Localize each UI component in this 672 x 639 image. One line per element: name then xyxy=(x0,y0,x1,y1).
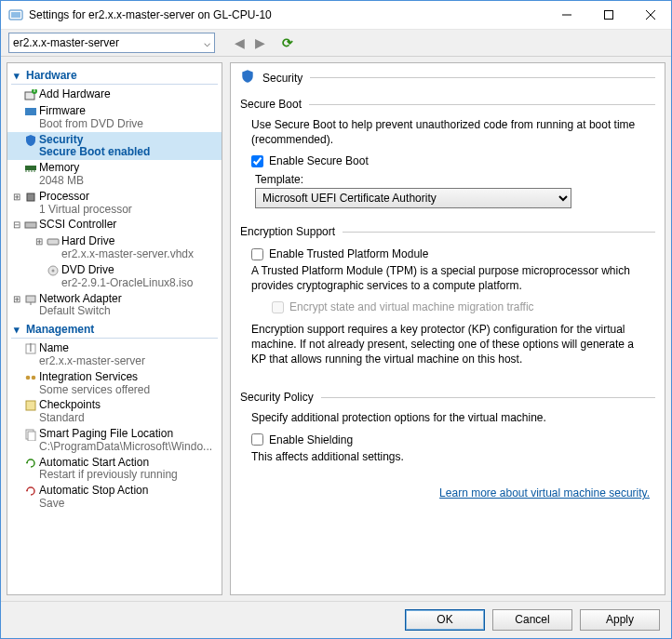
learn-more-link[interactable]: Learn more about virtual machine securit… xyxy=(439,486,650,499)
nav-tree[interactable]: ▾ Hardware + Add Hardware Firmware Boot … xyxy=(7,62,222,595)
nav-item-label: Name xyxy=(39,342,145,355)
vm-selector-value: er2.x.x-master-server xyxy=(13,36,119,49)
tpm-desc: A Trusted Platform Module (TPM) is a spe… xyxy=(251,264,652,293)
section-hardware[interactable]: ▾ Hardware xyxy=(11,67,218,85)
nav-firmware[interactable]: Firmware Boot from DVD Drive xyxy=(7,103,222,132)
auto-stop-icon xyxy=(22,484,39,499)
chevron-down-icon: ▾ xyxy=(11,70,22,82)
nav-arrows: ◀ ▶ xyxy=(232,35,267,50)
group-title: Security Policy xyxy=(240,391,314,404)
dialog-footer: OK Cancel Apply xyxy=(1,601,671,638)
svg-text:I: I xyxy=(29,342,32,354)
enable-secure-boot-checkbox[interactable]: Enable Secure Boot xyxy=(251,154,652,167)
checkbox-label: Enable Shielding xyxy=(269,433,353,446)
group-title: Secure Boot xyxy=(240,98,302,111)
nav-checkpoints[interactable]: Checkpoints Standard xyxy=(7,397,222,426)
nav-scsi-controller[interactable]: ⊟ SCSI Controller xyxy=(7,217,222,233)
enable-secure-boot-input[interactable] xyxy=(251,155,263,167)
ok-button[interactable]: OK xyxy=(405,609,485,631)
nav-hard-drive[interactable]: ⊞ Hard Drive er2.x.x-master-server.vhdx xyxy=(7,233,222,262)
minimize-button[interactable] xyxy=(545,1,587,29)
close-button[interactable] xyxy=(629,1,671,29)
collapse-icon[interactable]: ⊟ xyxy=(11,220,22,230)
svg-point-25 xyxy=(32,375,36,379)
svg-rect-1 xyxy=(11,12,20,18)
enable-shielding-checkbox[interactable]: Enable Shielding xyxy=(251,433,652,446)
nav-auto-stop[interactable]: Automatic Stop Action Save xyxy=(7,483,222,512)
nav-item-label: Memory xyxy=(39,162,84,175)
hard-drive-icon xyxy=(45,234,61,249)
chevron-down-icon: ▾ xyxy=(11,324,22,336)
nav-item-label: Firmware xyxy=(39,105,143,118)
nav-back-button[interactable]: ◀ xyxy=(232,35,247,50)
kp-note: Encryption support requires a key protec… xyxy=(251,323,652,366)
nav-item-sublabel: C:\ProgramData\Microsoft\Windo... xyxy=(39,441,212,454)
nav-auto-start[interactable]: Automatic Start Action Restart if previo… xyxy=(7,455,222,484)
app-icon xyxy=(8,7,23,22)
apply-button[interactable]: Apply xyxy=(580,609,660,631)
enable-tpm-input[interactable] xyxy=(251,248,263,260)
nav-name[interactable]: I Name er2.x.x-master-server xyxy=(7,340,222,369)
window-title: Settings for er2.x.x-master-server on GL… xyxy=(29,8,545,21)
enable-tpm-checkbox[interactable]: Enable Trusted Platform Module xyxy=(251,247,652,260)
expand-icon[interactable]: ⊞ xyxy=(11,294,22,304)
nav-item-label: Automatic Start Action xyxy=(39,457,178,470)
nav-dvd-drive[interactable]: DVD Drive er2-2.9.1-OracleLinux8.iso xyxy=(7,262,222,291)
nav-item-label: Smart Paging File Location xyxy=(39,428,212,441)
nav-integration-services[interactable]: Integration Services Some services offer… xyxy=(7,369,222,398)
svg-rect-20 xyxy=(26,296,35,302)
policy-desc: Specify additional protection options fo… xyxy=(251,411,652,426)
encrypt-traffic-input xyxy=(272,301,284,313)
maximize-button[interactable] xyxy=(587,1,629,29)
nav-item-label: Automatic Stop Action xyxy=(39,485,148,498)
nav-item-sublabel: Some services offered xyxy=(39,384,150,397)
nav-item-sublabel: er2.x.x-master-server.vhdx xyxy=(61,248,194,261)
svg-rect-3 xyxy=(604,11,612,20)
cancel-button[interactable]: Cancel xyxy=(492,609,572,631)
nav-processor[interactable]: ⊞ Processor 1 Virtual processor xyxy=(7,189,222,218)
nav-item-sublabel: Default Switch xyxy=(39,305,122,318)
section-label: Hardware xyxy=(26,69,77,82)
nav-forward-button[interactable]: ▶ xyxy=(252,35,267,50)
template-select[interactable]: Microsoft UEFI Certificate Authority xyxy=(255,188,571,208)
nav-network-adapter[interactable]: ⊞ Network Adapter Default Switch xyxy=(7,291,222,320)
nav-add-hardware[interactable]: + Add Hardware xyxy=(7,87,222,103)
secure-boot-desc: Use Secure Boot to help prevent unauthor… xyxy=(251,118,652,147)
nav-item-sublabel: Standard xyxy=(39,412,101,425)
shield-icon xyxy=(22,133,39,148)
svg-rect-9 xyxy=(25,108,36,115)
reload-button[interactable]: ⟳ xyxy=(282,35,293,50)
integration-icon xyxy=(22,370,39,385)
nav-item-sublabel: Save xyxy=(39,498,148,511)
nav-security[interactable]: Security Secure Boot enabled xyxy=(7,132,222,161)
vm-selector[interactable]: er2.x.x-master-server ⌵ xyxy=(8,33,215,53)
checkbox-label: Enable Trusted Platform Module xyxy=(269,247,428,260)
main-area: ▾ Hardware + Add Hardware Firmware Boot … xyxy=(1,57,671,601)
enable-shielding-input[interactable] xyxy=(251,433,263,446)
processor-icon xyxy=(22,190,39,205)
nav-item-label: Hard Drive xyxy=(61,235,194,248)
svg-rect-10 xyxy=(25,166,36,170)
section-management[interactable]: ▾ Management xyxy=(11,321,218,339)
auto-start-icon xyxy=(22,456,39,471)
shielding-note: This affects additional settings. xyxy=(251,450,652,465)
nav-item-label: Network Adapter xyxy=(39,293,122,306)
nav-item-sublabel: er2-2.9.1-OracleLinux8.iso xyxy=(61,277,193,290)
nav-item-label: Add Hardware xyxy=(39,88,111,101)
expand-icon[interactable]: ⊞ xyxy=(34,236,45,246)
scsi-icon xyxy=(22,218,39,233)
network-icon xyxy=(22,292,39,307)
nav-item-sublabel: Boot from DVD Drive xyxy=(39,118,143,131)
nav-memory[interactable]: Memory 2048 MB xyxy=(7,160,222,189)
nav-item-sublabel: Restart if previously running xyxy=(39,469,178,482)
expand-icon[interactable]: ⊞ xyxy=(11,192,22,202)
nav-item-sublabel: 2048 MB xyxy=(39,175,84,188)
chevron-down-icon: ⌵ xyxy=(204,36,210,49)
learn-more-row: Learn more about virtual machine securit… xyxy=(240,485,655,499)
dvd-icon xyxy=(45,263,61,278)
nav-smart-paging[interactable]: Smart Paging File Location C:\ProgramDat… xyxy=(7,426,222,455)
svg-point-24 xyxy=(26,375,31,379)
nav-item-sublabel: Secure Boot enabled xyxy=(39,146,150,159)
memory-icon xyxy=(22,161,39,176)
nav-item-sublabel: er2.x.x-master-server xyxy=(39,355,145,368)
